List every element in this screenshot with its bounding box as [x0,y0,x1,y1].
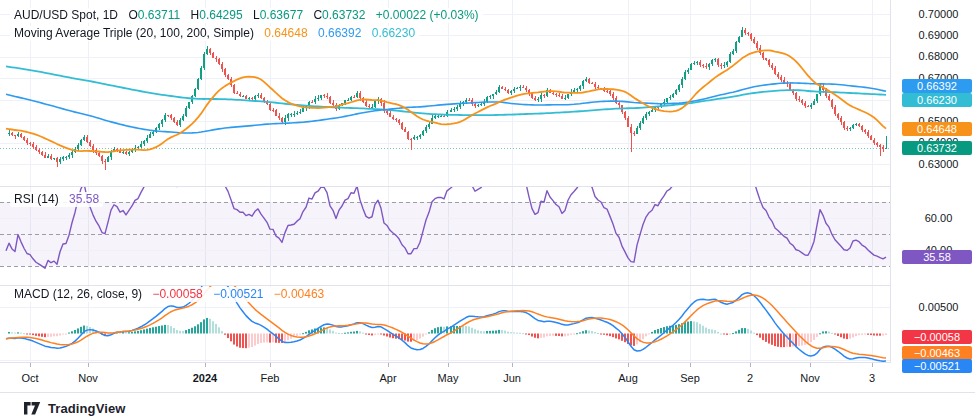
chart-plot-canvas[interactable] [0,0,890,363]
time-tick-mark [750,363,751,367]
macd-indicator-title: MACD (12, 26, close, 9) [14,287,142,301]
axis-badge-macd-hist: −0.00058 [902,330,972,344]
ma20-value: 0.64648 [264,26,307,40]
axis-badge-rsi: 35.58 [902,250,972,264]
ma-indicator-legend[interactable]: Moving Average Triple (20, 100, 200, Sim… [10,26,419,41]
price-tick-label: 0.00500 [890,301,975,314]
macd-indicator-legend[interactable]: MACD (12, 26, close, 9) −0.00058 −0.0052… [10,287,328,302]
time-tick-mark [512,363,513,367]
time-axis-label: May [426,372,470,384]
time-axis-label: 3 [850,372,894,384]
ohlc-low-label: L [253,8,260,22]
macd-hist-value: −0.00058 [152,287,202,301]
time-tick-mark [88,363,89,367]
macd-line-value: −0.00521 [213,287,263,301]
axis-badge-ma200: 0.66230 [902,93,972,107]
axis-badge-close: 0.63732 [902,141,972,155]
price-tick-label: 0.68000 [890,50,975,63]
ohlc-close-value: 0.63732 [322,8,365,22]
price-tick-label: 0.63000 [890,158,975,171]
ohlc-low-value: 0.63677 [260,8,303,22]
symbol-legend[interactable]: AUD/USD Spot, 1D O0.63711 H0.64295 L0.63… [10,8,483,23]
axis-badge-macd-line: −0.00521 [902,359,972,373]
time-tick-mark [690,363,691,367]
symbol-title: AUD/USD Spot, 1D [14,8,118,22]
time-axis-label: Aug [606,372,650,384]
time-axis-label: Nov [66,372,110,384]
ma-indicator-title: Moving Average Triple (20, 100, 200, Sim… [14,26,254,40]
ohlc-close-label: C [313,8,322,22]
time-tick-mark [270,363,271,367]
time-tick-mark [388,363,389,367]
rsi-value: 35.58 [69,192,99,206]
time-axis-label: 2 [728,372,772,384]
axis-badge-macd-signal: −0.00463 [902,346,972,360]
price-tick-label: 60.00 [890,212,975,225]
tradingview-chart-widget: AUD/USD Spot, 1D O0.63711 H0.64295 L0.63… [0,0,975,419]
tradingview-attribution[interactable]: TradingView [24,398,125,418]
ohlc-high-value: 0.64295 [199,8,242,22]
price-tick-label: 0.70000 [890,8,975,21]
rsi-indicator-legend[interactable]: RSI (14) 35.58 [10,192,103,207]
time-axis-label: Feb [248,372,292,384]
change-value: +0.00022 (+0.03%) [376,8,479,22]
time-tick-mark [810,363,811,367]
price-axis[interactable]: 0.700000.690000.680000.670000.660000.650… [890,0,975,363]
tradingview-logo-icon [24,402,41,415]
time-axis-label: Sep [668,372,712,384]
time-tick-mark [448,363,449,367]
time-tick-mark [30,363,31,367]
ma200-value: 0.66230 [372,26,415,40]
time-tick-mark [628,363,629,367]
time-axis-label: Apr [366,372,410,384]
time-axis-label: Jun [490,372,534,384]
price-tick-label: 0.69000 [890,29,975,42]
ohlc-high-label: H [191,8,200,22]
ohlc-open-value: 0.63711 [138,8,181,22]
rsi-indicator-title: RSI (14) [14,192,59,206]
tradingview-brand-text: TradingView [48,401,125,416]
axis-badge-ma100: 0.66392 [902,79,972,93]
ohlc-open-label: O [128,8,137,22]
time-axis-label: Nov [788,372,832,384]
time-axis-label: 2024 [183,372,227,384]
axis-badge-ma20: 0.64648 [902,122,972,136]
time-axis-label: Oct [8,372,52,384]
ma100-value: 0.66392 [318,26,361,40]
time-tick-mark [872,363,873,367]
time-axis[interactable]: OctNov2024FebAprMayJunAugSep2Nov3 [0,363,975,393]
macd-signal-value: −0.00463 [274,287,324,301]
time-tick-mark [205,363,206,367]
